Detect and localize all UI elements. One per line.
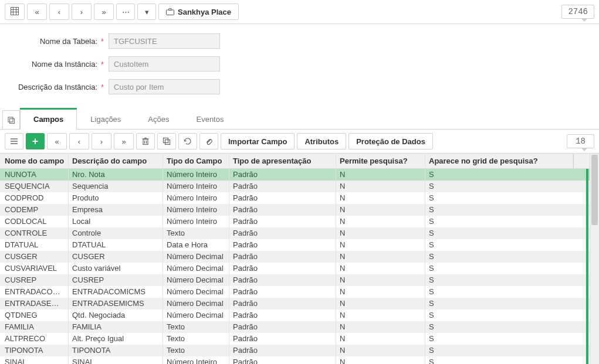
- list-icon: [10, 137, 18, 145]
- cell-permite-pesquisa: N: [336, 274, 425, 286]
- last-record-button[interactable]: »: [94, 4, 114, 20]
- scroll-thumb[interactable]: [591, 155, 598, 225]
- svg-rect-17: [164, 138, 168, 143]
- input-nome-tabela[interactable]: [109, 33, 220, 49]
- prev-record-button[interactable]: ‹: [49, 4, 69, 20]
- cell-nome-campo: DTATUAL: [0, 239, 69, 251]
- cell-nome-campo: CODPROD: [0, 192, 69, 204]
- grid-body: NUNOTANro. NotaNúmero InteiroPadrãoNSSEQ…: [0, 169, 599, 364]
- table-row[interactable]: ENTRADASEMICMSENTRADASEMICMSNúmero Decim…: [0, 298, 599, 309]
- table-row[interactable]: CUSGERCUSGERNúmero DecimalPadrãoNS: [0, 251, 599, 263]
- cell-tipo-campo: Número Decimal: [163, 286, 229, 298]
- cell-nome-campo: CODLOCAL: [0, 216, 69, 227]
- cell-descricao-campo: ENTRADACOMICMS: [69, 286, 163, 298]
- table-row[interactable]: CODPRODProdutoNúmero InteiroPadrãoNS: [0, 192, 599, 204]
- cell-permite-pesquisa: N: [336, 298, 425, 309]
- cell-tipo-apresentacao: Padrão: [229, 286, 336, 298]
- tabs-row: Campos Ligações Ações Eventos: [0, 109, 599, 130]
- cell-tipo-campo: Número Inteiro: [163, 181, 229, 192]
- cell-descricao-campo: DTATUAL: [69, 239, 163, 251]
- label-nome-instancia: Nome da Instância:: [7, 60, 101, 69]
- cell-tipo-apresentacao: Padrão: [229, 192, 336, 204]
- svg-rect-12: [143, 140, 148, 145]
- copy-details-button[interactable]: [2, 110, 20, 129]
- table-row[interactable]: CUSREPCUSREPNúmero DecimalPadrãoNS: [0, 274, 599, 286]
- table-row[interactable]: CUSVARIAVELCusto variávelNúmero DecimalP…: [0, 263, 599, 274]
- form-row-nome-tabela: Nome da Tabela: *: [7, 33, 592, 49]
- add-field-button[interactable]: +: [26, 133, 45, 149]
- cell-aparece-grid: S: [425, 263, 573, 274]
- top-toolbar: « ‹ › » ⋯ ▾ Sankhya Place 2746: [0, 0, 599, 24]
- table-row[interactable]: ALTPRECOAlt. Preço IgualTextoPadrãoNS: [0, 333, 599, 345]
- input-descricao-instancia[interactable]: [109, 79, 220, 94]
- cell-permite-pesquisa: N: [336, 333, 425, 345]
- dots-icon: ⋯: [122, 8, 130, 16]
- sankhya-place-button[interactable]: Sankhya Place: [158, 4, 239, 20]
- refresh-button[interactable]: [178, 133, 197, 149]
- attach-button[interactable]: [199, 133, 218, 149]
- cell-permite-pesquisa: N: [336, 169, 425, 181]
- sub-last-button[interactable]: »: [114, 133, 134, 149]
- cell-aparece-grid: S: [425, 227, 573, 239]
- header-nome-campo[interactable]: Nome do campo: [0, 154, 69, 168]
- cell-permite-pesquisa: N: [336, 239, 425, 251]
- protecao-dados-button[interactable]: Proteção de Dados: [348, 133, 433, 149]
- cell-nome-campo: NUNOTA: [0, 169, 69, 181]
- svg-rect-0: [11, 7, 19, 15]
- tab-ligacoes[interactable]: Ligações: [77, 109, 134, 129]
- dropdown-button[interactable]: ▾: [137, 4, 156, 20]
- table-row[interactable]: FAMILIAFAMILIATextoPadrãoNS: [0, 321, 599, 333]
- header-descricao-campo[interactable]: Descrição do campo: [69, 154, 163, 168]
- table-row[interactable]: QTDNEGQtd. NegociadaNúmero DecimalPadrão…: [0, 309, 599, 321]
- sub-prev-button[interactable]: ‹: [69, 133, 89, 149]
- more-actions-button[interactable]: ⋯: [116, 4, 135, 20]
- duplicate-button[interactable]: [157, 133, 176, 149]
- label-descricao-instancia: Descrição da Instância:: [7, 83, 101, 91]
- table-row[interactable]: TIPONOTATIPONOTATextoPadrãoNS: [0, 345, 599, 356]
- cell-tipo-apresentacao: Padrão: [229, 227, 336, 239]
- cell-permite-pesquisa: N: [336, 204, 425, 216]
- table-row[interactable]: CODEMPEmpresaNúmero InteiroPadrãoNS: [0, 204, 599, 216]
- cell-tipo-apresentacao: Padrão: [229, 169, 336, 181]
- table-row[interactable]: CODLOCALLocalNúmero InteiroPadrãoNS: [0, 216, 599, 227]
- cell-aparece-grid: S: [425, 286, 573, 298]
- delete-button[interactable]: [136, 133, 155, 149]
- sub-first-button[interactable]: «: [47, 133, 67, 149]
- cell-descricao-campo: Qtd. Negociada: [69, 309, 163, 321]
- cell-aparece-grid: S: [425, 345, 573, 356]
- input-nome-instancia[interactable]: [109, 56, 220, 72]
- table-row[interactable]: SINALSINALNúmero InteiroPadrãoNS: [0, 356, 599, 364]
- table-row[interactable]: ENTRADACOMICMSENTRADACOMICMSNúmero Decim…: [0, 286, 599, 298]
- form-area: Nome da Tabela: * Nome da Instância: * D…: [0, 24, 599, 109]
- cell-permite-pesquisa: N: [336, 263, 425, 274]
- header-tipo-apresentacao[interactable]: Tipo de apresentação: [229, 154, 336, 168]
- table-row[interactable]: DTATUALDTATUALData e HoraPadrãoNS: [0, 239, 599, 251]
- cell-descricao-campo: CUSREP: [69, 274, 163, 286]
- atributos-button: Atributos: [297, 133, 346, 149]
- importar-campo-button[interactable]: Importar Campo: [221, 133, 295, 149]
- table-row[interactable]: NUNOTANro. NotaNúmero InteiroPadrãoNS: [0, 169, 599, 181]
- cell-permite-pesquisa: N: [336, 216, 425, 227]
- table-row[interactable]: CONTROLEControleTextoPadrãoNS: [0, 227, 599, 239]
- header-tipo-campo[interactable]: Tipo do Campo: [163, 154, 229, 168]
- cell-tipo-apresentacao: Padrão: [229, 309, 336, 321]
- sub-next-button[interactable]: ›: [92, 133, 111, 149]
- header-aparece-grid[interactable]: Aparece no grid de pesquisa?: [425, 154, 573, 168]
- chevron-right-icon: ›: [80, 8, 83, 16]
- cell-aparece-grid: S: [425, 356, 573, 364]
- grid-view-button[interactable]: [5, 4, 25, 20]
- cell-permite-pesquisa: N: [336, 286, 425, 298]
- table-row[interactable]: SEQUENCIASequenciaNúmero InteiroPadrãoNS: [0, 181, 599, 192]
- tab-eventos[interactable]: Eventos: [182, 109, 237, 129]
- list-view-button[interactable]: [5, 133, 23, 149]
- cell-tipo-apresentacao: Padrão: [229, 345, 336, 356]
- cell-nome-campo: SEQUENCIA: [0, 181, 69, 192]
- tab-acoes[interactable]: Ações: [134, 109, 182, 129]
- first-record-button[interactable]: «: [27, 4, 47, 20]
- cell-nome-campo: ENTRADASEMICMS: [0, 298, 69, 309]
- vertical-scrollbar[interactable]: [590, 154, 599, 364]
- next-record-button[interactable]: ›: [72, 4, 92, 20]
- header-permite-pesquisa[interactable]: Permite pesquisa?: [336, 154, 425, 168]
- tab-campos[interactable]: Campos: [20, 109, 77, 129]
- cell-tipo-apresentacao: Padrão: [229, 204, 336, 216]
